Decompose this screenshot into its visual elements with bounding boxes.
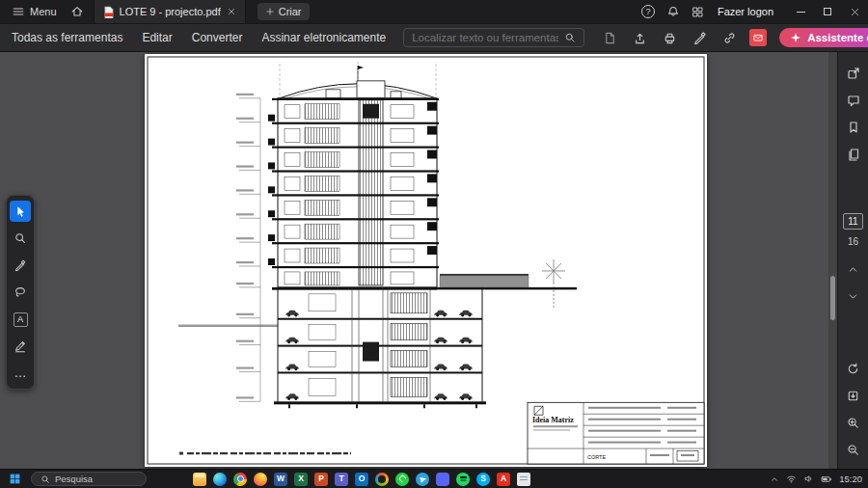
minimize-button[interactable] — [787, 0, 814, 23]
taskbar-app-telegram[interactable] — [416, 473, 429, 486]
tray-expand-icon[interactable] — [770, 474, 779, 484]
refresh-icon — [846, 362, 860, 376]
current-page-indicator[interactable]: 11 — [843, 213, 862, 230]
menu-edit[interactable]: Editar — [140, 27, 174, 48]
wifi-icon[interactable] — [786, 474, 797, 484]
notifications-bell-icon[interactable] — [666, 5, 680, 18]
taskbar-app-file-explorer[interactable] — [193, 473, 206, 486]
taskbar-app-skype[interactable]: S — [476, 473, 490, 486]
chevron-down-icon — [847, 290, 859, 303]
share-button[interactable] — [630, 28, 649, 47]
menu-button[interactable]: Menu — [8, 5, 61, 18]
zoom-in-button[interactable] — [845, 414, 862, 431]
search-input[interactable] — [412, 32, 558, 43]
help-button[interactable]: ? — [641, 5, 655, 18]
menu-esign[interactable]: Assinar eletronicamente — [259, 27, 388, 48]
document-tab[interactable]: LOTE 9 - projecto.pdf — [94, 0, 246, 23]
more-tools[interactable]: … — [10, 363, 31, 384]
vertical-scrollbar[interactable] — [828, 52, 837, 469]
ai-spark-icon — [790, 32, 801, 43]
taskbar-search[interactable]: Pesquisa — [31, 472, 147, 486]
plus-icon — [265, 7, 275, 16]
export-panel-button[interactable] — [845, 65, 862, 82]
pages-icon — [846, 147, 861, 162]
taskbar-app-powerpoint[interactable]: P — [314, 473, 328, 486]
export-panel-icon — [846, 66, 861, 81]
draw-tool[interactable] — [10, 336, 31, 357]
building-tower — [268, 98, 439, 287]
email-button[interactable] — [749, 29, 767, 46]
download-button[interactable] — [845, 387, 862, 404]
search-icon — [41, 474, 50, 484]
sign-in-button[interactable]: Fazer logon — [716, 6, 775, 17]
legend-line — [179, 452, 351, 455]
link-button[interactable] — [719, 28, 739, 47]
taskbar-app-teams[interactable]: T — [335, 473, 348, 486]
chevron-up-icon — [847, 263, 859, 276]
add-text-tool[interactable]: A — [10, 309, 31, 330]
close-window-button[interactable] — [841, 0, 868, 23]
taskbar-app-acrobat[interactable]: A — [497, 473, 510, 486]
taskbar-app-copilot[interactable] — [375, 473, 389, 486]
menu-all-tools[interactable]: Todas as ferramentas — [10, 27, 124, 48]
taskbar-app-discord[interactable] — [436, 473, 449, 486]
minimize-icon — [797, 12, 805, 13]
apps-grid-icon[interactable] — [692, 6, 704, 18]
system-tray: 15:20 — [770, 474, 862, 485]
bookmarks-panel-button[interactable] — [845, 119, 862, 136]
create-button[interactable]: Criar — [258, 3, 310, 20]
pages-panel-button[interactable] — [845, 146, 862, 163]
pdf-page[interactable]: Ideia Matriz CORTE — [145, 54, 707, 467]
print-button[interactable] — [660, 28, 679, 47]
lasso-tool[interactable] — [10, 282, 31, 303]
volume-icon[interactable] — [803, 474, 814, 484]
start-button[interactable] — [6, 471, 23, 488]
search-icon — [564, 32, 576, 43]
clock[interactable]: 15:20 — [839, 474, 862, 484]
close-icon — [850, 7, 860, 17]
create-label: Criar — [279, 6, 302, 17]
link-icon — [722, 31, 737, 45]
pencil-icon — [14, 339, 27, 353]
previous-page-button[interactable] — [845, 260, 862, 278]
taskbar-app-word[interactable]: W — [274, 473, 287, 486]
taskbar-app-excel[interactable]: X — [294, 473, 308, 486]
acrobat-window: Menu LOTE 9 - projecto.pdf Criar ? Fazer… — [0, 0, 868, 488]
zoom-tool[interactable] — [10, 228, 31, 249]
level-dimensions — [236, 94, 260, 402]
select-tool[interactable] — [10, 201, 31, 222]
taskbar-apps: WXPTOSA — [193, 473, 530, 486]
scrollbar-thumb[interactable] — [830, 276, 835, 320]
taskbar-app-chrome[interactable] — [233, 473, 247, 486]
sign-tool[interactable] — [10, 255, 31, 276]
maximize-button[interactable] — [814, 0, 841, 23]
taskbar-app-notepad[interactable] — [517, 473, 530, 486]
total-pages: 16 — [848, 236, 858, 247]
taskbar-app-firefox[interactable] — [254, 473, 267, 486]
envelope-icon — [752, 32, 764, 43]
zoom-out-button[interactable] — [845, 441, 862, 458]
toolbar: Todas as ferramentas Editar Converter As… — [0, 23, 868, 52]
search-box[interactable] — [403, 28, 584, 47]
taskbar-app-whatsapp[interactable] — [395, 473, 409, 486]
ellipsis-icon: … — [14, 370, 27, 376]
export-pdf-button[interactable] — [600, 28, 619, 47]
home-button[interactable] — [67, 5, 88, 18]
ai-assistant-label: Assistente de IA — [807, 32, 868, 43]
sign-button[interactable] — [690, 28, 709, 47]
tree-symbol — [542, 259, 565, 283]
download-icon — [846, 389, 860, 403]
ai-assistant-button[interactable]: Assistente de IA — [779, 28, 868, 47]
document-canvas[interactable]: Ideia Matriz CORTE — [0, 52, 837, 469]
lasso-icon — [14, 285, 27, 299]
taskbar-app-outlook[interactable]: O — [355, 473, 368, 486]
taskbar-app-spotify[interactable] — [456, 473, 470, 486]
battery-icon[interactable] — [821, 474, 832, 485]
close-tab-icon[interactable] — [227, 7, 236, 16]
next-page-button[interactable] — [845, 287, 862, 305]
titlebar: Menu LOTE 9 - projecto.pdf Criar ? Fazer… — [0, 0, 868, 23]
comments-panel-button[interactable] — [845, 92, 862, 109]
taskbar-app-edge[interactable] — [213, 473, 227, 486]
menu-convert[interactable]: Converter — [190, 27, 245, 48]
refresh-view-button[interactable] — [845, 360, 862, 377]
